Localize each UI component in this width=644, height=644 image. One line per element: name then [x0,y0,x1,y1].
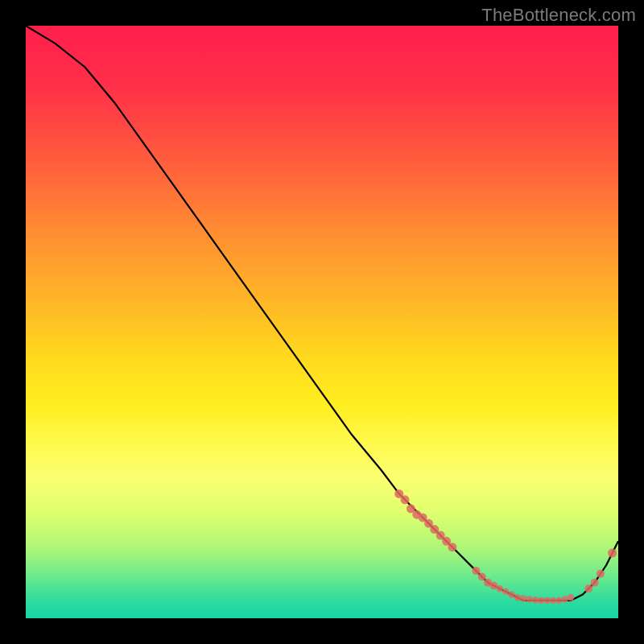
data-point [550,597,556,604]
data-point [562,596,568,602]
data-point [502,588,509,595]
data-point [532,597,539,603]
data-point [472,567,480,575]
data-point [608,549,617,558]
chart-frame: TheBottleneck.com [0,0,644,644]
data-point [568,594,574,601]
data-point [508,591,514,597]
data-point [544,597,551,604]
chart-svg [26,26,618,618]
data-point [448,543,456,551]
data-point [514,594,521,601]
watermark-text: TheBottleneck.com [481,5,636,26]
data-point [591,579,599,587]
curve-markers [394,489,617,604]
curve-line [26,26,618,601]
data-point [520,596,526,602]
data-point [497,585,503,592]
data-point [478,573,486,581]
plot-area [26,26,618,618]
data-point [401,495,410,504]
data-point [538,597,544,604]
data-point [584,584,592,592]
data-point [597,570,605,578]
data-point [555,597,562,604]
data-point [526,596,532,602]
